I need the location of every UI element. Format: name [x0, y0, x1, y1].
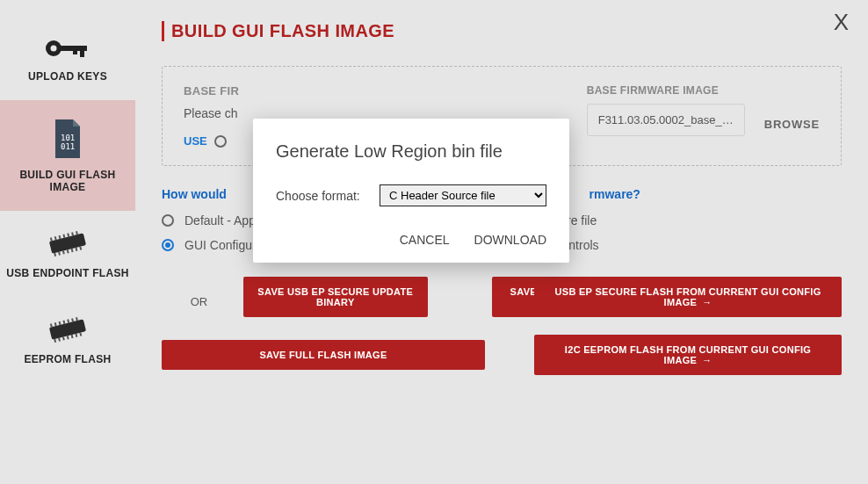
svg-rect-8	[50, 237, 53, 241]
sidebar-item-label: UPLOAD KEYS	[28, 70, 107, 83]
svg-rect-29	[76, 317, 78, 321]
dialog-title: Generate Low Region bin file	[276, 141, 546, 162]
svg-rect-9	[54, 236, 57, 240]
close-icon[interactable]: X	[834, 9, 849, 36]
cancel-button[interactable]: CANCEL	[400, 233, 450, 247]
generate-low-region-dialog: Generate Low Region bin file Choose form…	[253, 119, 569, 263]
key-icon	[43, 35, 92, 61]
file-binary-icon: 101011	[50, 118, 85, 160]
svg-rect-34	[71, 335, 74, 338]
svg-rect-14	[76, 231, 78, 235]
chip-icon	[41, 228, 94, 258]
use-radio[interactable]	[214, 135, 227, 148]
svg-text:101: 101	[61, 134, 75, 142]
sidebar-item-label: EEPROM FLASH	[25, 353, 112, 365]
svg-rect-17	[62, 250, 65, 254]
arrow-right-icon: →	[702, 355, 712, 365]
svg-rect-4	[73, 51, 77, 54]
svg-rect-27	[67, 319, 69, 322]
use-label: USE	[184, 134, 207, 148]
svg-rect-2	[61, 46, 87, 51]
usb-ep-flash-button[interactable]: USB EP SECURE FLASH FROM CURRENT GUI CON…	[534, 277, 842, 317]
sidebar: UPLOAD KEYS 101011 BUILD GUI FLASH IMAGE…	[0, 0, 135, 484]
svg-rect-10	[59, 235, 61, 239]
svg-rect-33	[67, 336, 69, 339]
browse-button[interactable]: BROWSE	[764, 118, 820, 131]
svg-rect-30	[54, 339, 56, 343]
radio-gui-configured[interactable]	[162, 239, 174, 251]
svg-rect-3	[80, 51, 84, 57]
svg-rect-11	[62, 235, 65, 238]
svg-rect-23	[50, 323, 53, 327]
i2c-eeprom-flash-button[interactable]: I2C EEPROM FLASH FROM CURRENT GUI CONFIG…	[534, 335, 842, 375]
svg-rect-31	[58, 337, 61, 341]
svg-rect-15	[54, 253, 56, 256]
svg-text:011: 011	[61, 142, 75, 151]
svg-rect-21	[79, 246, 82, 249]
svg-rect-20	[75, 248, 77, 251]
svg-rect-19	[71, 249, 74, 252]
or-separator: OR	[162, 295, 236, 308]
choose-format-label: Choose format:	[276, 189, 360, 203]
sidebar-item-eeprom-flash[interactable]: EEPROM FLASH	[0, 297, 135, 383]
radio-default[interactable]	[162, 214, 174, 227]
sidebar-item-usb-endpoint-flash[interactable]: USB ENDPOINT FLASH	[0, 211, 135, 297]
sidebar-item-label: BUILD GUI FLASH IMAGE	[5, 169, 130, 193]
svg-rect-32	[62, 336, 65, 340]
svg-rect-24	[54, 322, 57, 326]
svg-rect-26	[62, 321, 65, 324]
chip-icon	[41, 314, 94, 344]
svg-rect-18	[67, 249, 69, 253]
sidebar-item-upload-keys[interactable]: UPLOAD KEYS	[0, 18, 135, 100]
svg-point-1	[51, 46, 57, 52]
svg-rect-13	[71, 232, 74, 235]
action-buttons: SAVE USB EP SECURE UPDATE BINARY SAVE LO…	[162, 277, 842, 375]
question-prefix: How would	[162, 187, 227, 201]
firmware-image-field[interactable]: F311.03.05.0002_base_lo…	[587, 104, 745, 136]
format-select[interactable]: C Header Source file	[380, 184, 546, 206]
question-suffix: rmware?	[590, 187, 640, 201]
svg-rect-16	[58, 251, 61, 255]
page-title: BUILD GUI FLASH IMAGE	[162, 21, 842, 41]
download-button[interactable]: DOWNLOAD	[474, 233, 546, 247]
firmware-image-label: BASE FIRMWARE IMAGE	[587, 84, 745, 97]
svg-rect-12	[67, 233, 69, 236]
svg-rect-25	[59, 321, 61, 325]
card-section-label: BASE FIR	[184, 84, 568, 98]
sidebar-item-build-gui-flash[interactable]: 101011 BUILD GUI FLASH IMAGE	[0, 100, 135, 211]
arrow-right-icon: →	[702, 297, 712, 307]
svg-rect-35	[75, 334, 77, 337]
sidebar-item-label: USB ENDPOINT FLASH	[6, 267, 128, 279]
save-full-flash-button[interactable]: SAVE FULL FLASH IMAGE	[162, 340, 485, 370]
save-usb-ep-button[interactable]: SAVE USB EP SECURE UPDATE BINARY	[243, 277, 428, 317]
svg-rect-28	[71, 318, 74, 321]
svg-rect-36	[79, 332, 82, 336]
